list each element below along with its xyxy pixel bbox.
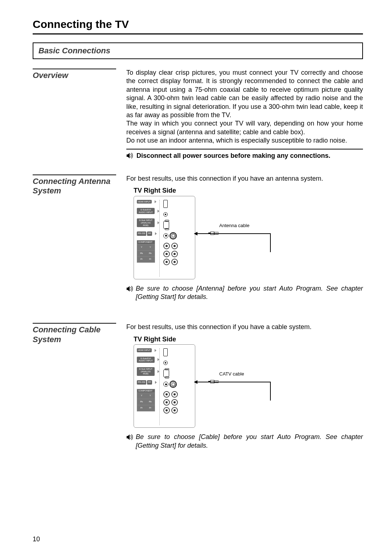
overview-para3: Do not use an indoor antenna, which is e… [126,136,363,145]
dsub-audio-label: D-Sub/DVI AUDIO INPUT [137,357,155,363]
disconnect-text: Disconnect all power sources before maki… [136,152,330,160]
title-rule [33,33,363,34]
catv-cable-label: CATV cable [219,371,244,377]
rs232-port-icon [163,382,168,387]
triangle-icon [155,349,156,352]
overview-left: Overview [33,69,116,80]
triangle-icon [155,381,157,384]
antenna-note: Be sure to choose [Antenna] before you s… [136,284,363,301]
component-ports [163,391,193,414]
cable-note: Be sure to choose [Cable] before you sta… [136,433,363,450]
cable-section: Connecting Cable System For best results… [33,323,363,450]
dsub-port-icon [163,221,169,229]
antenna-cable-label: Antenna cable [219,223,249,229]
cable-line [195,382,271,400]
antenna-note-row: Be sure to choose [Antenna] before you s… [126,284,363,301]
rs232-label: RS-232 [137,231,146,236]
audio-jack-icon [163,361,168,365]
cable-intro: For best results, use this connection if… [126,323,363,331]
rs232-port-icon [163,233,168,238]
overview-para1: To display clear crisp pictures, you mus… [126,69,363,119]
page-title: Connecting the TV [33,18,363,30]
cable-heading: Connecting Cable System [33,325,116,344]
component-labels: COMPONENT YY PbPb PrPr [137,240,155,263]
dsub-input-label: D-Sub INPUT (ANALOG RGB) [137,218,155,227]
hdmi-port-icon [163,348,168,356]
disconnect-rule [126,149,363,149]
cable-left: Connecting Cable System [33,323,116,344]
antenna-section: Connecting Antenna System For best resul… [33,175,363,301]
hdmi-label: HDMI INPUT [137,200,152,204]
antenna-tv-side-title: TV Right Side [134,186,363,195]
audio-jack-icon [163,212,168,217]
rs232-label: RS-232 [137,380,146,385]
antenna-right: For best results, use this connection if… [126,175,363,301]
antenna-left: Connecting Antenna System [33,175,116,196]
rf-label: RF [147,380,152,385]
dsub-audio-label: D-Sub/DVI AUDIO INPUT [137,208,155,214]
rf-port-icon [171,233,176,238]
basic-connections-heading: Basic Connections [38,46,357,56]
antenna-port-panel: HDMI INPUT D-Sub/DVI AUDIO INPUT D-Sub I… [134,196,195,279]
rf-label: RF [147,231,152,236]
overview-para2: The way in which you connect your TV wil… [126,119,363,136]
cable-line [195,233,271,251]
cable-diagram: HDMI INPUT D-Sub/DVI AUDIO INPUT D-Sub I… [134,344,363,428]
triangle-icon [155,232,157,235]
disconnect-row: Disconnect all power sources before maki… [126,152,363,160]
dsub-input-label: D-Sub INPUT (ANALOG RGB) [137,367,155,376]
dsub-port-icon [163,369,169,377]
overview-right: To display clear crisp pictures, you mus… [126,69,363,160]
speaker-icon [126,152,134,159]
antenna-intro: For best results, use this connection if… [126,175,363,183]
speaker-icon [126,434,134,440]
overview-heading: Overview [33,71,116,80]
antenna-diagram: HDMI INPUT D-Sub/DVI AUDIO INPUT D-Sub I… [134,196,363,279]
cable-tv-side-title: TV Right Side [134,335,363,344]
cable-right: For best results, use this connection if… [126,323,363,450]
speaker-icon [126,286,134,292]
hdmi-port-icon [163,200,168,208]
component-ports [163,243,193,265]
hdmi-label: HDMI INPUT [137,348,152,352]
cable-port-panel: HDMI INPUT D-Sub/DVI AUDIO INPUT D-Sub I… [134,344,195,428]
overview-section: Overview To display clear crisp pictures… [33,69,363,160]
antenna-rule [33,175,116,175]
antenna-heading: Connecting Antenna System [33,177,116,196]
rf-port-icon [171,382,176,387]
component-labels: COMPONENT YY PbPb PrPr [137,389,155,411]
cable-note-row: Be sure to choose [Cable] before you sta… [126,433,363,450]
triangle-icon [155,200,156,203]
basic-connections-box: Basic Connections [33,42,363,59]
overview-rule [33,69,116,69]
cable-rule [33,323,116,324]
page-number: 10 [33,535,40,543]
